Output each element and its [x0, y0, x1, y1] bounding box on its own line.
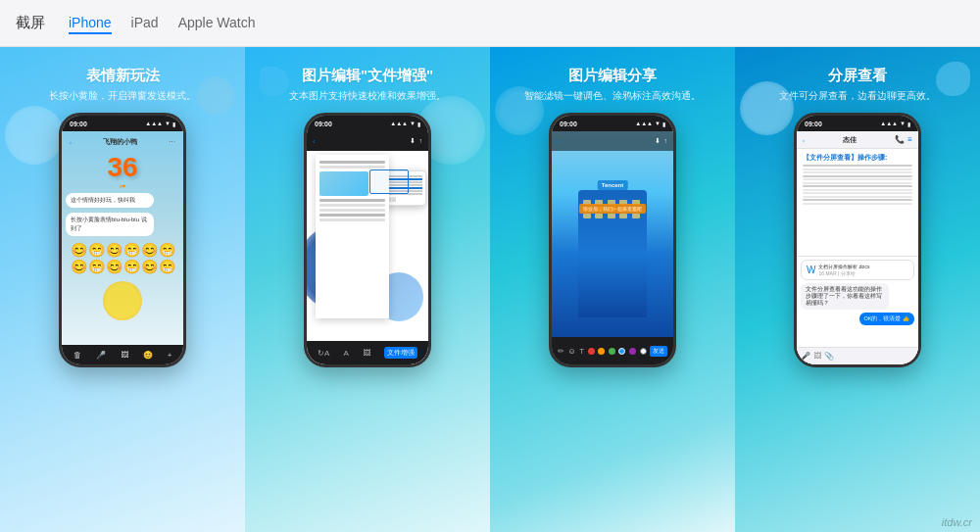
toolbar-bottom-1: 🗑 🎤 🖼 😊 +	[62, 345, 183, 364]
trash-icon: 🗑	[74, 351, 81, 360]
word-doc-icon: W	[807, 265, 815, 275]
confirm-btn[interactable]: 发送	[650, 346, 667, 357]
doc-tool-image: 🖼	[363, 349, 370, 358]
phone-mockup-4: 09:00 ▲▲▲ ▼ ▮ ‹ 杰佳 📞 ≡	[794, 113, 921, 367]
doc-share-icon: ↑	[419, 137, 423, 145]
split-doc-title: 【文件分屏查看】操作步骤:	[803, 153, 912, 163]
split-chat-name: 杰佳	[843, 135, 857, 145]
emoji-icon: 😊	[143, 351, 153, 360]
more-icon: +	[168, 351, 172, 360]
photo-toolbar-bottom: ✏ ☺ T 发送	[552, 337, 673, 364]
panel-4-title: 分屏查看	[828, 67, 887, 85]
color-red[interactable]	[588, 348, 595, 355]
signal-icon-4: ▲▲▲	[880, 121, 898, 126]
battery-icon-4: ▮	[907, 121, 910, 127]
tab-apple-watch[interactable]: Apple Watch	[178, 13, 256, 34]
split-chat-area: W 文档分屏操作解析.docx 16 MAR | 分享给 文件分屏查看着这功能的…	[797, 257, 918, 347]
file-input-icon: 📎	[824, 352, 834, 361]
app-header: 截屏 iPhone iPad Apple Watch	[0, 0, 980, 47]
panel-1-title: 表情新玩法	[86, 67, 160, 85]
split-msg-2: OK的，很清楚 👍	[859, 313, 914, 325]
screenshot-panel-4: 分屏查看 文件可分屏查看，边看边聊更高效。 09:00 ▲▲▲ ▼ ▮ ‹ 杰佳	[735, 47, 980, 532]
signal-icon-1: ▲▲▲	[145, 121, 163, 126]
color-white[interactable]	[640, 348, 647, 355]
screenshots-grid: 表情新玩法 长按小黄脸，开启弹窗发送模式。 09:00 ▲▲▲ ▼ ▮ ‹ 飞翔…	[0, 47, 980, 532]
split-msg-1: 文件分屏查看着这功能的操作步骤理了一下，你看着这样写易懂吗？	[801, 283, 889, 310]
watermark: itdw.cr	[942, 516, 972, 528]
panel-4-subtitle: 文件可分屏查看，边看边聊更高效。	[779, 89, 936, 103]
text-icon: T	[579, 347, 584, 356]
mic-input-icon: 🎤	[801, 352, 810, 361]
building-photo: Tencent 毕业后，我们一起来逛逛吧	[552, 131, 673, 337]
panel-2-title: 图片编辑"文件增强"	[302, 67, 433, 85]
wifi-icon-4: ▼	[900, 121, 906, 126]
doc-back-btn[interactable]: ‹	[313, 137, 316, 146]
doc-content: ⬜⬜⬜⬜	[307, 151, 428, 341]
tab-iphone[interactable]: iPhone	[69, 13, 112, 34]
screenshot-panel-1: 表情新玩法 长按小黄脸，开启弹窗发送模式。 09:00 ▲▲▲ ▼ ▮ ‹ 飞翔…	[0, 47, 245, 532]
image-icon: 🖼	[121, 351, 128, 360]
status-time-2: 09:00	[315, 121, 332, 127]
phone-mockup-2: 09:00 ▲▲▲ ▼ ▮ ‹ ⬇ ↑	[304, 113, 431, 367]
panel-3-title: 图片编辑分享	[568, 67, 657, 85]
wifi-icon-2: ▼	[410, 121, 416, 126]
panel-1-subtitle: 长按小黄脸，开启弹窗发送模式。	[49, 89, 196, 103]
chat-name-1: 飞翔的小鸭	[103, 137, 137, 147]
panel-2-subtitle: 文本图片支持快速校准和效果增强。	[289, 89, 446, 103]
color-green[interactable]	[609, 348, 615, 355]
menu-icon: ≡	[907, 135, 912, 144]
photo-label: 毕业后，我们一起来逛逛吧	[579, 204, 646, 214]
battery-icon-1: ▮	[172, 121, 175, 127]
big-number: 36	[66, 154, 179, 181]
tab-ipad[interactable]: iPad	[131, 13, 159, 34]
doc-tool-rotate: ↻A	[318, 349, 329, 358]
sticker-icon: ☺	[567, 347, 575, 356]
status-time-3: 09:00	[560, 121, 577, 127]
doc-download-icon: ⬇	[410, 137, 416, 145]
chat-bubble-1: 这个情情好好玩，快叫我	[66, 193, 154, 208]
emoji-area: 😊 😁 😊 😁 😊 😁 😊 😁 😊 😁 😊 😁	[66, 240, 179, 276]
color-blue[interactable]	[618, 348, 625, 355]
chat-bubble-2: 长按小黄脸表情blu-blu-blu 说到了	[66, 213, 154, 236]
color-orange[interactable]	[598, 348, 605, 355]
wifi-icon-1: ▼	[165, 121, 171, 126]
page-title: 截屏	[16, 14, 45, 32]
split-file-card: W 文档分屏操作解析.docx 16 MAR | 分享给	[801, 260, 914, 280]
status-time-4: 09:00	[805, 121, 822, 127]
color-purple[interactable]	[629, 348, 636, 355]
pen-icon: ✏	[558, 347, 564, 356]
doc-tool-enhance[interactable]: 文件增强	[384, 347, 417, 359]
phone-mockup-1: 09:00 ▲▲▲ ▼ ▮ ‹ 飞翔的小鸭 ⋯ 36	[59, 113, 186, 367]
split-doc-area: 【文件分屏查看】操作步骤:	[797, 149, 918, 257]
device-tabs: iPhone iPad Apple Watch	[69, 13, 255, 34]
panel-3-subtitle: 智能滤镜一键调色、涂鸦标注高效沟通。	[524, 89, 701, 103]
doc-toolbar-bottom: ↻A A 🖼 文件增强	[307, 341, 428, 364]
signal-icon-2: ▲▲▲	[390, 121, 408, 126]
call-icon: 📞	[895, 135, 905, 144]
signal-icon-3: ▲▲▲	[635, 121, 653, 126]
wifi-icon-3: ▼	[655, 121, 661, 126]
split-input-bar: 🎤 🖼 📎	[797, 347, 918, 364]
phone-mockup-3: 09:00 ▲▲▲ ▼ ▮ ‹ ⬇ ↑	[549, 113, 676, 367]
image-input-icon: 🖼	[813, 352, 821, 361]
battery-icon-2: ▮	[417, 121, 420, 127]
mic-icon: 🎤	[96, 351, 106, 360]
doc-tool-text: A	[343, 349, 348, 358]
status-time-1: 09:00	[70, 121, 87, 127]
battery-icon-3: ▮	[662, 121, 665, 127]
screenshot-panel-3: 图片编辑分享 智能滤镜一键调色、涂鸦标注高效沟通。 09:00 ▲▲▲ ▼ ▮ …	[490, 47, 735, 532]
screenshot-panel-2: 图片编辑"文件增强" 文本图片支持快速校准和效果增强。 09:00 ▲▲▲ ▼ …	[245, 47, 490, 532]
